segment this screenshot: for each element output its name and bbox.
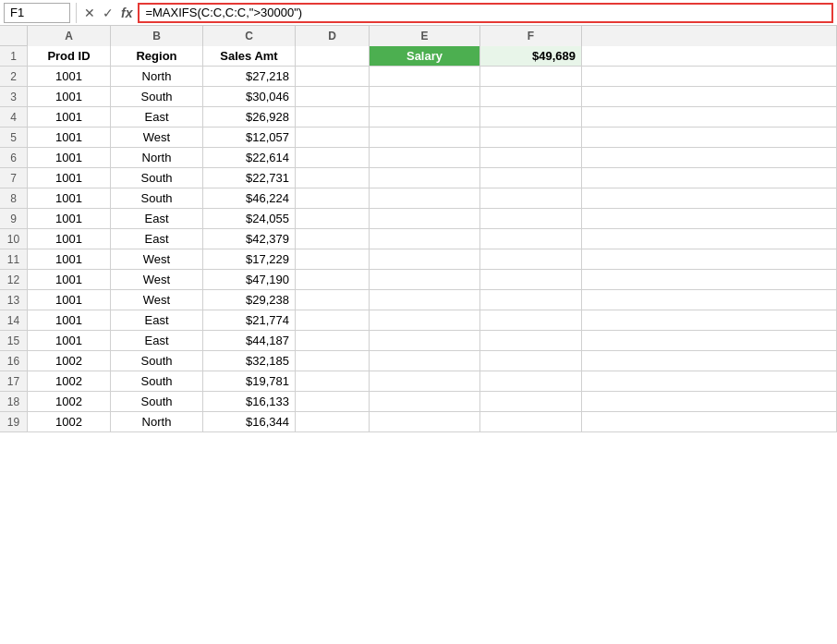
cell-reference-box[interactable]: F1	[4, 3, 70, 23]
cell-a15[interactable]: 1001	[28, 331, 111, 350]
cell-a16[interactable]: 1002	[28, 351, 111, 371]
cell-a1[interactable]: Prod ID	[28, 46, 111, 66]
cell-c11[interactable]: $17,229	[203, 249, 296, 269]
col-header-b[interactable]: B	[111, 26, 203, 46]
col-header-d[interactable]: D	[296, 26, 370, 46]
col-header-e[interactable]: E	[370, 26, 480, 46]
cell-b6[interactable]: North	[111, 148, 203, 167]
cell-b12[interactable]: West	[111, 270, 203, 289]
row-num-16: 16	[0, 351, 28, 371]
cell-a8[interactable]: 1001	[28, 188, 111, 208]
cell-a5[interactable]: 1001	[28, 128, 111, 147]
cell-b4[interactable]: East	[111, 107, 203, 127]
cell-d1[interactable]	[296, 46, 370, 66]
cell-a11[interactable]: 1001	[28, 249, 111, 269]
row-num-19: 19	[0, 412, 28, 431]
cell-c1[interactable]: Sales Amt	[203, 46, 296, 66]
cell-a17[interactable]: 1002	[28, 371, 111, 391]
spreadsheet: A B C D E F 1 Prod ID Region Sales Amt S…	[0, 26, 837, 432]
cell-f1[interactable]: $49,689	[480, 46, 582, 66]
cell-d19	[296, 412, 370, 431]
cell-a3[interactable]: 1001	[28, 87, 111, 106]
cell-f14	[480, 310, 582, 330]
col-header-c[interactable]: C	[203, 26, 296, 46]
row-num-18: 18	[0, 392, 28, 411]
cell-f11	[480, 249, 582, 269]
cell-b11[interactable]: West	[111, 249, 203, 269]
cell-b9[interactable]: East	[111, 209, 203, 228]
cell-b5[interactable]: West	[111, 128, 203, 147]
cell-f9	[480, 209, 582, 228]
cell-b2[interactable]: North	[111, 67, 203, 86]
cell-rest-2	[582, 67, 837, 86]
cell-c7[interactable]: $22,731	[203, 168, 296, 188]
cell-d4	[296, 107, 370, 127]
cell-f1-text: $49,689	[532, 49, 576, 63]
grid-row-15: 15 1001 East $44,187	[0, 331, 837, 351]
cell-c17[interactable]: $19,781	[203, 371, 296, 391]
cell-c15[interactable]: $44,187	[203, 331, 296, 350]
cell-e1-text: Salary	[406, 49, 443, 63]
cell-c2[interactable]: $27,218	[203, 67, 296, 86]
cell-c6[interactable]: $22,614	[203, 148, 296, 167]
cell-rest-5	[582, 128, 837, 147]
formula-input[interactable]: =MAXIFS(C:C,C:C,">30000")	[138, 3, 833, 23]
cell-e15	[370, 331, 480, 350]
cell-rest-12	[582, 270, 837, 289]
cell-e16	[370, 351, 480, 371]
cell-c3[interactable]: $30,046	[203, 87, 296, 106]
cell-c5[interactable]: $12,057	[203, 128, 296, 147]
cell-a18[interactable]: 1002	[28, 392, 111, 411]
cell-c8[interactable]: $46,224	[203, 188, 296, 208]
col-header-a[interactable]: A	[28, 26, 111, 46]
cell-c10[interactable]: $42,379	[203, 229, 296, 249]
cell-a13[interactable]: 1001	[28, 290, 111, 310]
cell-c9[interactable]: $24,055	[203, 209, 296, 228]
cell-b14[interactable]: East	[111, 310, 203, 330]
cell-a9[interactable]: 1001	[28, 209, 111, 228]
cell-b10[interactable]: East	[111, 229, 203, 249]
cell-b19[interactable]: North	[111, 412, 203, 431]
cell-rest-3	[582, 87, 837, 106]
cell-c4[interactable]: $26,928	[203, 107, 296, 127]
cell-c12[interactable]: $47,190	[203, 270, 296, 289]
cell-a14[interactable]: 1001	[28, 310, 111, 330]
cell-rest-13	[582, 290, 837, 310]
col-header-f[interactable]: F	[480, 26, 582, 46]
cell-e7	[370, 168, 480, 188]
cell-b8[interactable]: South	[111, 188, 203, 208]
cell-b7[interactable]: South	[111, 168, 203, 188]
cell-e1[interactable]: Salary	[370, 46, 480, 66]
cell-b1[interactable]: Region	[111, 46, 203, 66]
cell-b13[interactable]: West	[111, 290, 203, 310]
cell-c18[interactable]: $16,133	[203, 392, 296, 411]
cell-f5	[480, 128, 582, 147]
cell-c19[interactable]: $16,344	[203, 412, 296, 431]
cell-b3[interactable]: South	[111, 87, 203, 106]
fx-icon[interactable]: fx	[119, 6, 134, 20]
cell-b16[interactable]: South	[111, 351, 203, 371]
cell-d18	[296, 392, 370, 411]
cell-a4[interactable]: 1001	[28, 107, 111, 127]
grid-row-8: 8 1001 South $46,224	[0, 188, 837, 209]
cell-b17[interactable]: South	[111, 371, 203, 391]
cell-a7[interactable]: 1001	[28, 168, 111, 188]
cell-f7	[480, 168, 582, 188]
cell-b18[interactable]: South	[111, 392, 203, 411]
cell-b15[interactable]: East	[111, 331, 203, 350]
grid-row-9: 9 1001 East $24,055	[0, 209, 837, 229]
cell-a2[interactable]: 1001	[28, 67, 111, 86]
grid-row-6: 6 1001 North $22,614	[0, 148, 837, 168]
cell-a10[interactable]: 1001	[28, 229, 111, 249]
cell-c14[interactable]: $21,774	[203, 310, 296, 330]
cell-a12[interactable]: 1001	[28, 270, 111, 289]
cell-c13[interactable]: $29,238	[203, 290, 296, 310]
cell-e17	[370, 371, 480, 391]
cell-c16[interactable]: $32,185	[203, 351, 296, 371]
grid-row-5: 5 1001 West $12,057	[0, 128, 837, 148]
confirm-icon[interactable]: ✓	[101, 6, 115, 20]
cell-e5	[370, 128, 480, 147]
cell-a19[interactable]: 1002	[28, 412, 111, 431]
cell-a6[interactable]: 1001	[28, 148, 111, 167]
cancel-icon[interactable]: ✕	[82, 6, 97, 20]
